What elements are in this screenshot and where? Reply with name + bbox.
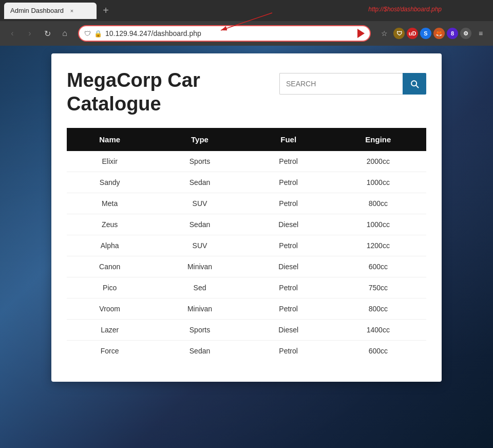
card-header: MegaCorp Car Catalogue	[67, 69, 426, 116]
page-title: MegaCorp Car Catalogue	[67, 69, 200, 116]
table-row: Canon Minivan Diesel 600cc	[67, 256, 426, 277]
cell-engine: 600cc	[330, 341, 426, 362]
cell-type: Sed	[153, 277, 246, 298]
address-text: 10.129.94.247/dashboard.php	[105, 29, 347, 38]
ext-icon-2[interactable]: uD	[407, 28, 418, 39]
ext-icon-6[interactable]: ⚙	[460, 28, 471, 39]
new-tab-button[interactable]: +	[99, 4, 113, 18]
address-bar[interactable]: 🛡 🔒 10.129.94.247/dashboard.php	[78, 25, 371, 42]
cell-name[interactable]: Alpha	[67, 235, 153, 256]
col-header-engine: Engine	[330, 128, 426, 151]
cell-engine: 1000cc	[330, 214, 426, 235]
page-background: MegaCorp Car Catalogue Name Type Fuel En…	[0, 46, 493, 448]
cell-engine: 2000cc	[330, 151, 426, 172]
car-table: Name Type Fuel Engine Elixir Sports Petr…	[67, 128, 426, 361]
nav-icons-right: ☆ 🛡 uD S 🦊 8 ⚙ ≡	[377, 26, 488, 41]
table-row: Meta SUV Petrol 800cc	[67, 193, 426, 214]
content-card: MegaCorp Car Catalogue Name Type Fuel En…	[51, 53, 442, 382]
cell-name[interactable]: Force	[67, 341, 153, 362]
table-row: Vroom Minivan Petrol 800cc	[67, 298, 426, 320]
cell-name[interactable]: Lazer	[67, 320, 153, 341]
cell-fuel: Petrol	[247, 235, 330, 256]
cell-type: Sedan	[153, 214, 246, 235]
cell-name[interactable]: Zeus	[67, 214, 153, 235]
back-button[interactable]: ‹	[5, 26, 20, 41]
table-header: Name Type Fuel Engine	[67, 128, 426, 151]
search-icon	[409, 79, 420, 89]
cell-type: Sedan	[153, 172, 246, 193]
table-body: Elixir Sports Petrol 2000cc Sandy Sedan …	[67, 151, 426, 361]
address-host: 10.129.94.247	[105, 29, 151, 38]
svg-marker-0	[357, 29, 365, 38]
cell-type: Minivan	[153, 298, 246, 320]
col-header-name: Name	[67, 128, 153, 151]
col-header-fuel: Fuel	[247, 128, 330, 151]
cell-name[interactable]: Meta	[67, 193, 153, 214]
address-path: /dashboard.php	[151, 29, 201, 38]
forward-button[interactable]: ›	[23, 26, 37, 41]
table-row: Sandy Sedan Petrol 1000cc	[67, 172, 426, 193]
refresh-button[interactable]: ↻	[40, 26, 54, 41]
cell-fuel: Petrol	[247, 151, 330, 172]
cell-fuel: Petrol	[247, 172, 330, 193]
table-row: Force Sedan Petrol 600cc	[67, 341, 426, 362]
cell-fuel: Petrol	[247, 341, 330, 362]
cell-name[interactable]: Pico	[67, 277, 153, 298]
cell-type: Minivan	[153, 256, 246, 277]
table-row: Pico Sed Petrol 750cc	[67, 277, 426, 298]
table-row: Lazer Sports Diesel 1400cc	[67, 320, 426, 341]
search-button[interactable]	[403, 73, 426, 95]
cell-fuel: Petrol	[247, 277, 330, 298]
search-bar	[279, 73, 426, 95]
ext-icon-3[interactable]: S	[420, 28, 431, 39]
cell-engine: 800cc	[330, 193, 426, 214]
table-row: Zeus Sedan Diesel 1000cc	[67, 214, 426, 235]
search-input[interactable]	[279, 73, 403, 95]
cell-type: SUV	[153, 235, 246, 256]
table-row: Elixir Sports Petrol 2000cc	[67, 151, 426, 172]
cell-fuel: Diesel	[247, 320, 330, 341]
cell-fuel: Diesel	[247, 256, 330, 277]
cell-type: Sports	[153, 320, 246, 341]
tab-close-button[interactable]: ×	[68, 7, 76, 15]
ext-icon-5[interactable]: 8	[447, 28, 458, 39]
tab-title: Admin Dashboard	[10, 7, 64, 14]
browser-navbar: ‹ › ↻ ⌂ 🛡 🔒 10.129.94.247/dashboard.php …	[0, 21, 493, 46]
cell-name[interactable]: Elixir	[67, 151, 153, 172]
cell-name[interactable]: Vroom	[67, 298, 153, 320]
home-button[interactable]: ⌂	[58, 26, 72, 41]
cell-fuel: Petrol	[247, 193, 330, 214]
cell-fuel: Petrol	[247, 298, 330, 320]
bookmark-button[interactable]: ☆	[377, 26, 391, 41]
cell-type: Sports	[153, 151, 246, 172]
browser-titlebar: Admin Dashboard × +	[0, 0, 493, 21]
ext-icon-4[interactable]: 🦊	[433, 28, 445, 39]
cell-engine: 1200cc	[330, 235, 426, 256]
cell-name[interactable]: Sandy	[67, 172, 153, 193]
cell-name[interactable]: Canon	[67, 256, 153, 277]
cell-engine: 1000cc	[330, 172, 426, 193]
cell-engine: 1400cc	[330, 320, 426, 341]
address-arrow-indicator	[350, 29, 365, 38]
col-header-type: Type	[153, 128, 246, 151]
ext-icon-1[interactable]: 🛡	[393, 28, 405, 39]
cell-engine: 800cc	[330, 298, 426, 320]
cell-engine: 750cc	[330, 277, 426, 298]
shield-icon: 🛡	[84, 30, 91, 38]
lock-icon: 🔒	[94, 30, 102, 38]
menu-button[interactable]: ≡	[473, 26, 488, 41]
browser-tab[interactable]: Admin Dashboard ×	[4, 3, 97, 19]
cell-fuel: Diesel	[247, 214, 330, 235]
cell-type: Sedan	[153, 341, 246, 362]
cell-type: SUV	[153, 193, 246, 214]
table-row: Alpha SUV Petrol 1200cc	[67, 235, 426, 256]
cell-engine: 600cc	[330, 256, 426, 277]
